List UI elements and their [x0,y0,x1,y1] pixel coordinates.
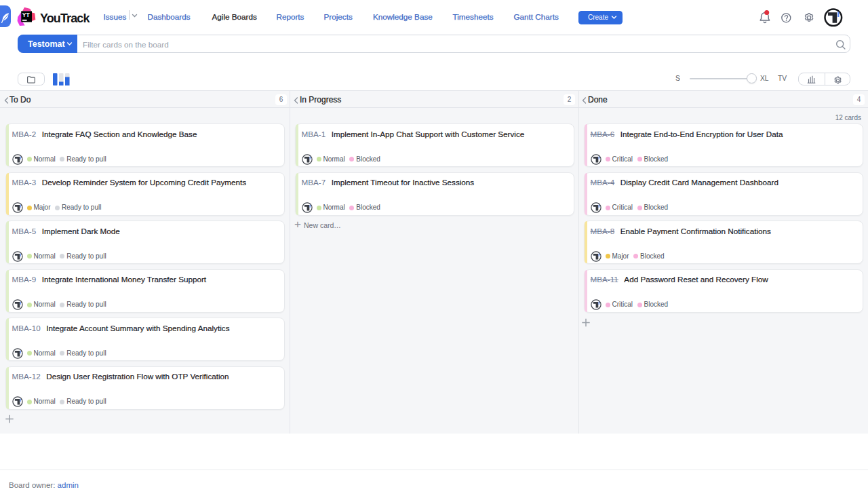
svg-text:YT: YT [22,12,31,18]
